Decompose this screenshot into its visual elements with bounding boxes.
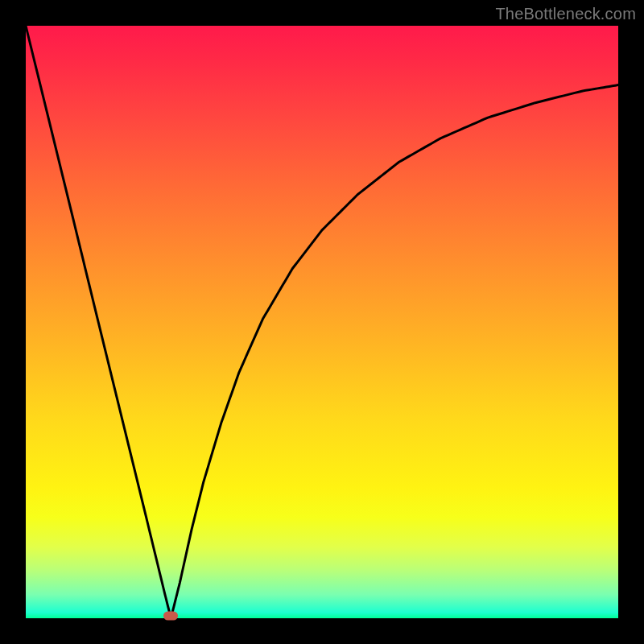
min-marker <box>163 612 178 621</box>
plot-area <box>26 26 618 618</box>
watermark-text: TheBottleneck.com <box>495 5 636 23</box>
curve-svg <box>26 26 618 618</box>
chart-frame: TheBottleneck.com <box>0 0 644 644</box>
bottleneck-curve <box>26 26 618 618</box>
